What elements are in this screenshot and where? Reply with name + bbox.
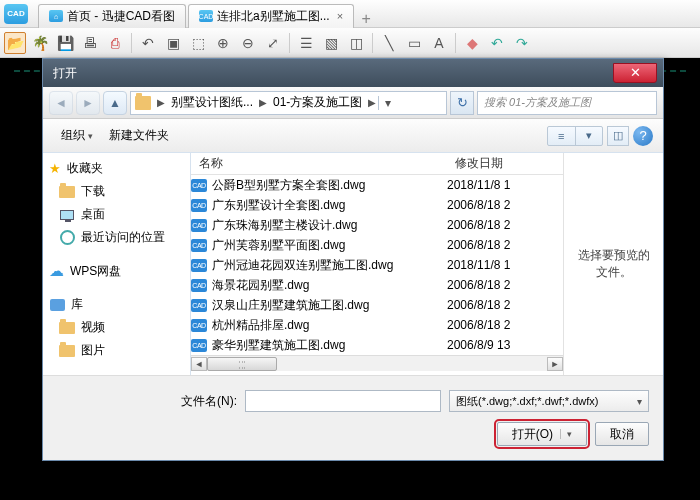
cad-file-icon: CAD — [191, 239, 207, 252]
filename-label: 文件名(N): — [57, 393, 237, 410]
horizontal-scrollbar[interactable]: ◄ ► — [191, 355, 563, 371]
text-tool-button[interactable]: A — [428, 32, 450, 54]
tab-add-button[interactable]: + — [356, 10, 376, 28]
file-row[interactable]: CAD广东别墅设计全套图.dwg2006/8/18 2 — [191, 195, 563, 215]
column-modified[interactable]: 修改日期 — [447, 155, 557, 172]
tab-close-icon[interactable]: × — [337, 10, 343, 22]
save-button[interactable]: 💾 — [54, 32, 76, 54]
dialog-titlebar[interactable]: 打开 ✕ — [43, 59, 663, 87]
view-switcher[interactable]: ≡ ▾ — [547, 126, 603, 146]
pdf-button[interactable]: ⎙ — [104, 32, 126, 54]
sidebar-downloads[interactable]: 下载 — [43, 180, 190, 203]
sidebar-favorites[interactable]: ★收藏夹 — [43, 157, 190, 180]
file-row[interactable]: CAD海景花园别墅.dwg2006/8/18 2 — [191, 275, 563, 295]
search-placeholder: 搜索 01-方案及施工图 — [484, 95, 591, 110]
file-row[interactable]: CAD豪华别墅建筑施工图.dwg2006/8/9 13 — [191, 335, 563, 355]
chevron-right-icon[interactable]: ▶ — [155, 97, 167, 108]
library-icon — [50, 299, 65, 311]
view3d-button[interactable]: ◫ — [345, 32, 367, 54]
file-date: 2006/8/18 2 — [447, 318, 557, 332]
redo-button[interactable]: ↷ — [511, 32, 533, 54]
line-tool-button[interactable]: ╲ — [378, 32, 400, 54]
file-name: 广东珠海别墅主楼设计.dwg — [212, 217, 357, 234]
new-folder-button[interactable]: 新建文件夹 — [101, 125, 177, 146]
scroll-left-icon[interactable]: ◄ — [191, 357, 207, 371]
tab-file[interactable]: CAD 连排北a别墅施工图... × — [188, 4, 354, 28]
main-toolbar: 📂 🌴 💾 🖶 ⎙ ↶ ▣ ⬚ ⊕ ⊖ ⤢ ☰ ▧ ◫ ╲ ▭ A ◆ ↶ ↷ — [0, 28, 700, 58]
help-button[interactable]: ? — [633, 126, 653, 146]
app-logo: CAD — [0, 0, 32, 28]
scroll-thumb[interactable] — [207, 357, 277, 371]
cancel-button[interactable]: 取消 — [595, 422, 649, 446]
cad-file-icon: CAD — [191, 299, 207, 312]
view-dropdown-icon[interactable]: ▾ — [576, 127, 603, 145]
preview-pane: 选择要预览的文件。 — [563, 153, 663, 375]
open-file-button[interactable]: 📂 — [4, 32, 26, 54]
preview-pane-button[interactable]: ◫ — [607, 126, 629, 146]
scroll-right-icon[interactable]: ► — [547, 357, 563, 371]
undo-button[interactable]: ↶ — [137, 32, 159, 54]
column-name[interactable]: 名称 — [191, 155, 447, 172]
file-list-header: 名称 修改日期 — [191, 153, 563, 175]
tab-home[interactable]: ⌂ 首页 - 迅捷CAD看图 — [38, 4, 186, 28]
file-date: 2006/8/18 2 — [447, 278, 557, 292]
chevron-down-icon: ▾ — [637, 396, 642, 407]
nav-back-button[interactable]: ◄ — [49, 91, 73, 115]
sidebar-recent[interactable]: 最近访问的位置 — [43, 226, 190, 249]
chevron-right-icon[interactable]: ▶ — [366, 97, 378, 108]
sidebar-libraries[interactable]: 库 — [43, 293, 190, 316]
view-list-icon[interactable]: ≡ — [548, 127, 576, 145]
desktop-icon — [60, 210, 74, 220]
erase-button[interactable]: ◆ — [461, 32, 483, 54]
cad-file-icon: CAD — [191, 179, 207, 192]
print-button[interactable]: 🖶 — [79, 32, 101, 54]
sidebar-pictures[interactable]: 图片 — [43, 339, 190, 362]
cloud-icon: ☁ — [49, 262, 64, 280]
file-date: 2006/8/18 2 — [447, 198, 557, 212]
file-row[interactable]: CAD汉泉山庄别墅建筑施工图.dwg2006/8/18 2 — [191, 295, 563, 315]
sidebar-desktop[interactable]: 桌面 — [43, 203, 190, 226]
cad-file-icon: CAD — [191, 219, 207, 232]
undo2-button[interactable]: ↶ — [486, 32, 508, 54]
sidebar-videos[interactable]: 视频 — [43, 316, 190, 339]
select-tool-button[interactable]: ⬚ — [187, 32, 209, 54]
file-row[interactable]: CAD公爵B型别墅方案全套图.dwg2018/11/8 1 — [191, 175, 563, 195]
cube-button[interactable]: ▧ — [320, 32, 342, 54]
nav-up-button[interactable]: ▲ — [103, 91, 127, 115]
palm-tool-button[interactable]: 🌴 — [29, 32, 51, 54]
sidebar-wps[interactable]: ☁WPS网盘 — [43, 259, 190, 283]
breadcrumb-seg-2[interactable]: 01-方案及施工图 — [269, 94, 366, 111]
layers-button[interactable]: ☰ — [295, 32, 317, 54]
file-row[interactable]: CAD广东珠海别墅主楼设计.dwg2006/8/18 2 — [191, 215, 563, 235]
nav-fwd-button[interactable]: ► — [76, 91, 100, 115]
organize-button[interactable]: 组织▾ — [53, 125, 101, 146]
fit-button[interactable]: ⤢ — [262, 32, 284, 54]
breadcrumb-seg-1[interactable]: 别墅设计图纸... — [167, 94, 257, 111]
zoom-out-button[interactable]: ⊖ — [237, 32, 259, 54]
dialog-footer: 文件名(N): 图纸(*.dwg;*.dxf;*.dwf;*.dwfx) ▾ 打… — [43, 375, 663, 460]
dialog-navbar: ◄ ► ▲ ▶ 别墅设计图纸... ▶ 01-方案及施工图 ▶ ▾ ↻ 搜索 0… — [43, 87, 663, 119]
zoom-in-button[interactable]: ⊕ — [212, 32, 234, 54]
file-row[interactable]: CAD广州芙蓉别墅平面图.dwg2006/8/18 2 — [191, 235, 563, 255]
tab-home-label: 首页 - 迅捷CAD看图 — [67, 8, 175, 25]
filename-input[interactable] — [245, 390, 441, 412]
open-button[interactable]: 打开(O) ▾ — [497, 422, 587, 446]
home-icon: ⌂ — [49, 10, 63, 22]
file-row[interactable]: CAD广州冠迪花园双连别墅施工图.dwg2018/11/8 1 — [191, 255, 563, 275]
chevron-right-icon[interactable]: ▶ — [257, 97, 269, 108]
file-row[interactable]: CAD杭州精品排屋.dwg2006/8/18 2 — [191, 315, 563, 335]
dialog-close-button[interactable]: ✕ — [613, 63, 657, 83]
cad-file-icon: CAD — [191, 339, 207, 352]
search-input[interactable]: 搜索 01-方案及施工图 — [477, 91, 657, 115]
dialog-toolbar: 组织▾ 新建文件夹 ≡ ▾ ◫ ? — [43, 119, 663, 153]
breadcrumb-dropdown[interactable]: ▾ — [378, 96, 396, 110]
rect-tool-button[interactable]: ▭ — [403, 32, 425, 54]
breadcrumb[interactable]: ▶ 别墅设计图纸... ▶ 01-方案及施工图 ▶ ▾ — [130, 91, 447, 115]
filetype-select[interactable]: 图纸(*.dwg;*.dxf;*.dwf;*.dwfx) ▾ — [449, 390, 649, 412]
window-button[interactable]: ▣ — [162, 32, 184, 54]
cad-file-icon: CAD — [191, 199, 207, 212]
app-titlebar: CAD ⌂ 首页 - 迅捷CAD看图 CAD 连排北a别墅施工图... × + — [0, 0, 700, 28]
refresh-button[interactable]: ↻ — [450, 91, 474, 115]
file-date: 2018/11/8 1 — [447, 178, 557, 192]
file-name: 广州冠迪花园双连别墅施工图.dwg — [212, 257, 393, 274]
